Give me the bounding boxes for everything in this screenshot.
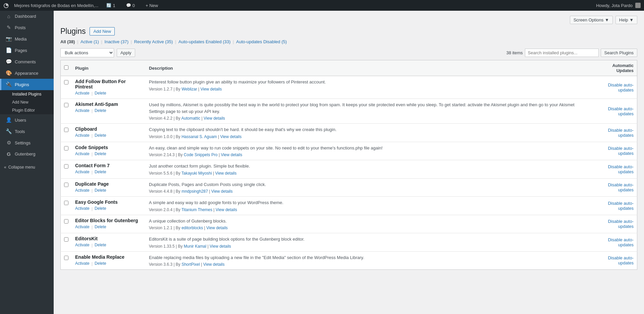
plugin-author-link[interactable]: mndpsingh287 [181,189,208,194]
filter-inactive[interactable]: Inactive (37) [105,39,130,44]
sidebar-item-plugins[interactable]: 🔌 Plugins [0,79,54,90]
plugin-action-activate[interactable]: Activate [75,206,90,211]
plugin-action-delete[interactable]: Delete [95,170,106,175]
page-title: Plugins [60,27,86,36]
select-all-checkbox[interactable] [64,65,68,70]
plugin-action-delete[interactable]: Delete [95,133,106,138]
plugin-author-link[interactable]: ShortPixel [181,262,200,267]
auto-update-link[interactable]: Disable auto-updates [608,146,634,156]
plugin-view-details-link[interactable]: View details [206,226,228,230]
plugin-checkbox-9[interactable] [64,256,68,260]
sidebar-item-gutenberg[interactable]: G Gutenberg [0,148,54,160]
filter-auto-updates-enabled[interactable]: Auto-updates Enabled (33) [178,39,232,44]
sidebar: ⌂ Dashboard ✎ Posts 📷 Media 📄 Pages 💬 Co… [0,11,54,314]
plugin-action-delete[interactable]: Delete [95,108,106,113]
plugin-view-details-link[interactable]: View details [204,116,225,121]
plugin-action-activate[interactable]: Activate [75,261,90,266]
plugin-action-activate[interactable]: Activate [75,170,90,175]
plugin-author-link[interactable]: Takayuki Miyoshi [181,171,212,176]
plugin-checkbox-7[interactable] [64,219,68,224]
plugin-view-details-link[interactable]: View details [203,262,225,267]
plugin-author-link[interactable]: Code Snippets Pro [184,152,218,157]
plugin-action-delete[interactable]: Delete [95,188,106,193]
plugin-checkbox-5[interactable] [64,183,68,187]
plugin-action-delete[interactable]: Delete [95,261,106,266]
apply-button[interactable]: Apply [117,49,135,57]
plugin-action-delete[interactable]: Delete [95,206,106,211]
plugin-action-delete[interactable]: Delete [95,225,106,230]
submenu-installed-plugins[interactable]: Installed Plugins [0,90,54,98]
auto-update-link[interactable]: Disable auto-updates [608,201,634,211]
select-all-checkbox-header[interactable] [61,60,72,76]
submenu-add-new[interactable]: Add New [0,98,54,106]
plugin-action-activate[interactable]: Activate [75,151,90,156]
plugin-action-activate[interactable]: Activate [75,188,90,193]
filter-auto-updates-disabled[interactable]: Auto-updates Disabled (5) [236,39,287,44]
plugin-author-link[interactable]: editorblocks [181,226,203,230]
plugin-action-activate[interactable]: Activate [75,225,90,230]
sidebar-item-posts[interactable]: ✎ Posts [0,22,54,33]
plugin-author-link[interactable]: Titanium Themes [181,207,212,212]
plugin-view-details-link[interactable]: View details [220,134,241,139]
plugin-view-details-link[interactable]: View details [211,189,233,194]
search-button[interactable]: Search Plugins [601,49,637,57]
plugin-action-activate[interactable]: Activate [75,91,90,96]
add-new-button[interactable]: Add New [90,27,115,36]
plugin-author-link[interactable]: Hassanal S. Aguam [181,134,217,139]
collapse-menu-button[interactable]: « Collapse menu [0,162,54,172]
sidebar-item-appearance[interactable]: 🎨 Appearance [0,67,54,79]
sidebar-item-comments[interactable]: 💬 Comments [0,56,54,67]
plugin-author-link[interactable]: Munir Kamal [184,244,206,249]
sidebar-item-users[interactable]: 👤 Users [0,114,54,126]
gutenberg-icon: G [5,151,12,157]
plugin-checkbox-8[interactable] [64,237,68,242]
plugin-view-details-link[interactable]: View details [210,244,231,249]
sidebar-item-media[interactable]: 📷 Media [0,33,54,45]
auto-update-link[interactable]: Disable auto-updates [608,82,634,92]
wp-logo-icon[interactable]: ◔ [3,2,9,9]
submenu-plugin-editor[interactable]: Plugin Editor [0,106,54,114]
plugin-author-link[interactable]: Automattic [181,116,201,121]
auto-update-link[interactable]: Disable auto-updates [608,164,634,174]
plugin-checkbox-3[interactable] [64,146,68,150]
filter-all[interactable]: All (38) [60,39,76,44]
plugin-view-details-link[interactable]: View details [216,207,237,212]
search-input[interactable] [525,49,599,57]
sidebar-item-settings[interactable]: ⚙ Settings [0,137,54,148]
bulk-actions-select[interactable]: Bulk actions Activate Deactivate Delete [60,48,114,57]
sidebar-item-label: Media [15,37,26,42]
plugin-checkbox-0[interactable] [64,80,68,84]
plugin-checkbox-2[interactable] [64,128,68,132]
plugin-checkbox-1[interactable] [64,103,68,107]
plugin-action-activate[interactable]: Activate [75,108,90,113]
plugin-action-delete[interactable]: Delete [95,243,106,248]
help-button[interactable]: Help ▼ [615,16,637,24]
comments-item[interactable]: 💬 0 [123,3,138,8]
sidebar-item-tools[interactable]: 🔧 Tools [0,126,54,137]
plugin-view-details-link[interactable]: View details [200,87,222,91]
auto-update-link[interactable]: Disable auto-updates [608,182,634,192]
auto-update-link[interactable]: Disable auto-updates [608,106,634,116]
screen-options-button[interactable]: Screen Options ▼ [570,16,613,24]
sidebar-item-pages[interactable]: 📄 Pages [0,45,54,56]
new-content-item[interactable]: + New [143,3,161,8]
plugin-action-activate[interactable]: Activate [75,133,90,138]
updates-item[interactable]: 🔄 1 [104,3,118,8]
sidebar-item-dashboard[interactable]: ⌂ Dashboard [0,11,54,22]
plugin-checkbox-6[interactable] [64,201,68,205]
auto-update-link[interactable]: Disable auto-updates [608,219,634,229]
plugin-author-link[interactable]: Weblizar [181,87,197,91]
plugin-action-activate[interactable]: Activate [75,243,90,248]
col-plugin-header: Plugin [72,60,146,76]
filter-recently-active[interactable]: Recently Active (35) [134,39,174,44]
plugin-view-details-link[interactable]: View details [221,152,242,157]
plugin-action-delete[interactable]: Delete [95,91,106,96]
auto-update-link[interactable]: Disable auto-updates [608,255,634,265]
auto-update-link[interactable]: Disable auto-updates [608,237,634,247]
plugin-checkbox-4[interactable] [64,164,68,169]
filter-active[interactable]: Active (1) [80,39,100,44]
site-name[interactable]: Mejores fotógrafos de Bodas en Medellín,… [14,3,98,8]
auto-update-link[interactable]: Disable auto-updates [608,128,634,138]
plugin-action-delete[interactable]: Delete [95,151,106,156]
plugin-view-details-link[interactable]: View details [215,171,236,176]
